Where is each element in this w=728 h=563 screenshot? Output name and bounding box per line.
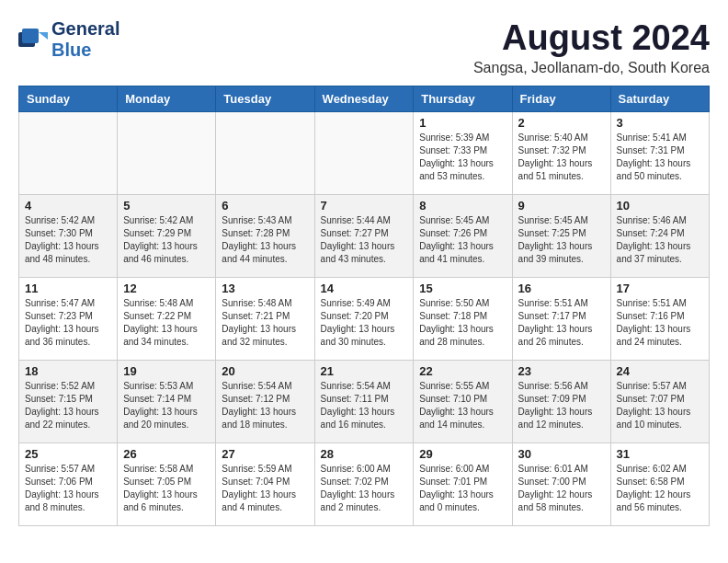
- day-info: Sunrise: 5:39 AM Sunset: 7:33 PM Dayligh…: [419, 132, 506, 183]
- calendar-cell: 25Sunrise: 5:57 AM Sunset: 7:06 PM Dayli…: [19, 443, 118, 526]
- day-info: Sunrise: 6:00 AM Sunset: 7:01 PM Dayligh…: [419, 463, 506, 514]
- day-number: 9: [518, 199, 605, 213]
- calendar-cell: 2Sunrise: 5:40 AM Sunset: 7:32 PM Daylig…: [512, 112, 610, 195]
- day-number: 4: [25, 199, 111, 213]
- day-number: 20: [222, 364, 308, 378]
- col-header-monday: Monday: [118, 86, 216, 112]
- calendar-cell: 11Sunrise: 5:47 AM Sunset: 7:23 PM Dayli…: [19, 278, 118, 361]
- day-info: Sunrise: 5:53 AM Sunset: 7:14 PM Dayligh…: [123, 380, 210, 431]
- day-number: 29: [419, 447, 506, 461]
- calendar-cell: 14Sunrise: 5:49 AM Sunset: 7:20 PM Dayli…: [314, 278, 414, 361]
- calendar-cell: 29Sunrise: 6:00 AM Sunset: 7:01 PM Dayli…: [414, 443, 512, 526]
- day-info: Sunrise: 6:02 AM Sunset: 6:58 PM Dayligh…: [617, 463, 703, 514]
- calendar-cell: [118, 112, 216, 195]
- calendar-cell: 22Sunrise: 5:55 AM Sunset: 7:10 PM Dayli…: [414, 361, 512, 443]
- calendar-week-row: 11Sunrise: 5:47 AM Sunset: 7:23 PM Dayli…: [19, 278, 710, 361]
- day-info: Sunrise: 5:58 AM Sunset: 7:05 PM Dayligh…: [123, 463, 210, 514]
- day-number: 15: [419, 282, 506, 295]
- calendar-cell: 3Sunrise: 5:41 AM Sunset: 7:31 PM Daylig…: [610, 112, 709, 195]
- col-header-thursday: Thursday: [414, 86, 512, 112]
- day-info: Sunrise: 5:50 AM Sunset: 7:18 PM Dayligh…: [419, 297, 506, 349]
- col-header-friday: Friday: [512, 86, 610, 112]
- calendar-cell: 7Sunrise: 5:44 AM Sunset: 7:27 PM Daylig…: [314, 195, 414, 278]
- calendar-cell: 28Sunrise: 6:00 AM Sunset: 7:02 PM Dayli…: [314, 443, 414, 526]
- calendar-cell: [216, 112, 314, 195]
- calendar-cell: 1Sunrise: 5:39 AM Sunset: 7:33 PM Daylig…: [414, 112, 512, 195]
- day-number: 26: [123, 447, 210, 461]
- day-number: 30: [518, 447, 605, 461]
- day-number: 31: [617, 447, 703, 461]
- day-info: Sunrise: 5:52 AM Sunset: 7:15 PM Dayligh…: [25, 380, 111, 431]
- calendar-cell: 17Sunrise: 5:51 AM Sunset: 7:16 PM Dayli…: [610, 278, 709, 361]
- title-section: August 2024 Sangsa, Jeollanam-do, South …: [473, 18, 710, 76]
- day-number: 1: [419, 116, 506, 130]
- calendar-cell: 26Sunrise: 5:58 AM Sunset: 7:05 PM Dayli…: [118, 443, 216, 526]
- svg-rect-1: [22, 29, 39, 43]
- day-info: Sunrise: 5:43 AM Sunset: 7:28 PM Dayligh…: [222, 214, 308, 266]
- day-number: 8: [419, 199, 506, 213]
- day-number: 6: [222, 199, 308, 213]
- calendar-cell: 31Sunrise: 6:02 AM Sunset: 6:58 PM Dayli…: [610, 443, 709, 526]
- day-info: Sunrise: 5:45 AM Sunset: 7:25 PM Dayligh…: [518, 214, 605, 266]
- svg-marker-2: [39, 32, 48, 40]
- day-info: Sunrise: 5:41 AM Sunset: 7:31 PM Dayligh…: [617, 132, 703, 183]
- day-number: 19: [123, 364, 210, 378]
- day-info: Sunrise: 5:57 AM Sunset: 7:06 PM Dayligh…: [25, 463, 111, 514]
- day-info: Sunrise: 5:46 AM Sunset: 7:24 PM Dayligh…: [617, 214, 703, 266]
- day-info: Sunrise: 5:54 AM Sunset: 7:12 PM Dayligh…: [222, 380, 308, 431]
- calendar-cell: 8Sunrise: 5:45 AM Sunset: 7:26 PM Daylig…: [414, 195, 512, 278]
- calendar-cell: 18Sunrise: 5:52 AM Sunset: 7:15 PM Dayli…: [19, 361, 118, 443]
- calendar-cell: 15Sunrise: 5:50 AM Sunset: 7:18 PM Dayli…: [414, 278, 512, 361]
- day-number: 10: [617, 199, 703, 213]
- day-info: Sunrise: 5:56 AM Sunset: 7:09 PM Dayligh…: [518, 380, 605, 431]
- day-info: Sunrise: 5:51 AM Sunset: 7:17 PM Dayligh…: [518, 297, 605, 349]
- day-info: Sunrise: 5:51 AM Sunset: 7:16 PM Dayligh…: [617, 297, 703, 349]
- page-header: General Blue August 2024 Sangsa, Jeollan…: [18, 18, 710, 76]
- day-info: Sunrise: 5:45 AM Sunset: 7:26 PM Dayligh…: [419, 214, 506, 266]
- day-number: 23: [518, 364, 605, 378]
- day-number: 7: [321, 199, 408, 213]
- location-subtitle: Sangsa, Jeollanam-do, South Korea: [473, 60, 710, 76]
- day-number: 5: [123, 199, 210, 213]
- day-number: 16: [518, 282, 605, 295]
- day-number: 2: [518, 116, 605, 130]
- day-number: 18: [25, 364, 111, 378]
- day-info: Sunrise: 5:54 AM Sunset: 7:11 PM Dayligh…: [321, 380, 408, 431]
- calendar-cell: 13Sunrise: 5:48 AM Sunset: 7:21 PM Dayli…: [216, 278, 314, 361]
- calendar-cell: 6Sunrise: 5:43 AM Sunset: 7:28 PM Daylig…: [216, 195, 314, 278]
- calendar-cell: 21Sunrise: 5:54 AM Sunset: 7:11 PM Dayli…: [314, 361, 414, 443]
- logo: General Blue: [18, 18, 119, 61]
- calendar-cell: 30Sunrise: 6:01 AM Sunset: 7:00 PM Dayli…: [512, 443, 610, 526]
- day-info: Sunrise: 5:59 AM Sunset: 7:04 PM Dayligh…: [222, 463, 308, 514]
- day-number: 17: [617, 282, 703, 295]
- day-info: Sunrise: 6:00 AM Sunset: 7:02 PM Dayligh…: [321, 463, 408, 514]
- day-info: Sunrise: 5:42 AM Sunset: 7:30 PM Dayligh…: [25, 214, 111, 266]
- calendar-week-row: 1Sunrise: 5:39 AM Sunset: 7:33 PM Daylig…: [19, 112, 710, 195]
- day-number: 27: [222, 447, 308, 461]
- col-header-saturday: Saturday: [610, 86, 709, 112]
- calendar-cell: 5Sunrise: 5:42 AM Sunset: 7:29 PM Daylig…: [118, 195, 216, 278]
- calendar-cell: 9Sunrise: 5:45 AM Sunset: 7:25 PM Daylig…: [512, 195, 610, 278]
- calendar-cell: 4Sunrise: 5:42 AM Sunset: 7:30 PM Daylig…: [19, 195, 118, 278]
- day-number: 25: [25, 447, 111, 461]
- day-info: Sunrise: 5:40 AM Sunset: 7:32 PM Dayligh…: [518, 132, 605, 183]
- calendar-cell: 10Sunrise: 5:46 AM Sunset: 7:24 PM Dayli…: [610, 195, 709, 278]
- day-number: 13: [222, 282, 308, 295]
- col-header-wednesday: Wednesday: [314, 86, 414, 112]
- day-info: Sunrise: 5:49 AM Sunset: 7:20 PM Dayligh…: [321, 297, 408, 349]
- calendar-cell: [19, 112, 118, 195]
- calendar-cell: 27Sunrise: 5:59 AM Sunset: 7:04 PM Dayli…: [216, 443, 314, 526]
- col-header-tuesday: Tuesday: [216, 86, 314, 112]
- day-number: 21: [321, 364, 408, 378]
- day-info: Sunrise: 5:48 AM Sunset: 7:22 PM Dayligh…: [123, 297, 210, 349]
- calendar-week-row: 18Sunrise: 5:52 AM Sunset: 7:15 PM Dayli…: [19, 361, 710, 443]
- logo-text: General Blue: [51, 18, 119, 61]
- day-info: Sunrise: 5:57 AM Sunset: 7:07 PM Dayligh…: [617, 380, 703, 431]
- calendar-week-row: 4Sunrise: 5:42 AM Sunset: 7:30 PM Daylig…: [19, 195, 710, 278]
- calendar-cell: 16Sunrise: 5:51 AM Sunset: 7:17 PM Dayli…: [512, 278, 610, 361]
- day-info: Sunrise: 6:01 AM Sunset: 7:00 PM Dayligh…: [518, 463, 605, 514]
- day-info: Sunrise: 5:44 AM Sunset: 7:27 PM Dayligh…: [321, 214, 408, 266]
- day-number: 11: [25, 282, 111, 295]
- day-info: Sunrise: 5:47 AM Sunset: 7:23 PM Dayligh…: [25, 297, 111, 349]
- day-info: Sunrise: 5:42 AM Sunset: 7:29 PM Dayligh…: [123, 214, 210, 266]
